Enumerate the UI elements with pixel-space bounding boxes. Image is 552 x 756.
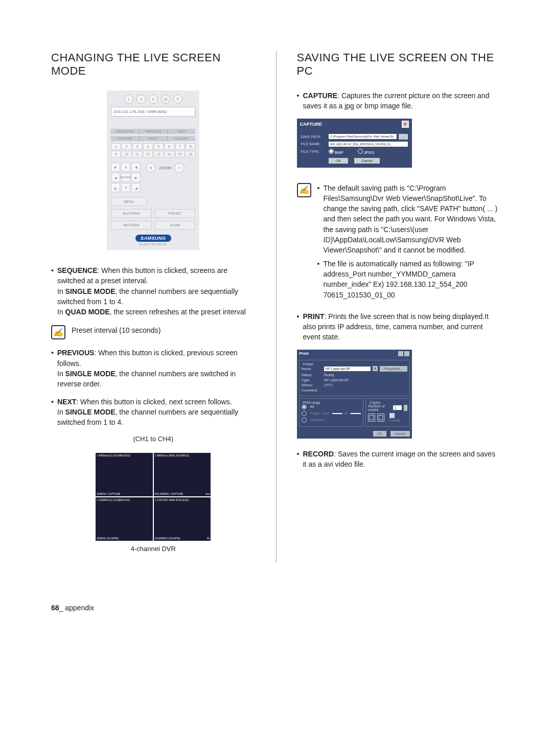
file-name-field[interactable]: 192.168.130.12_554_20070619_101453_01_: [329, 142, 408, 147]
sequence-button[interactable]: SEQUENCE: [111, 129, 139, 134]
close-icon[interactable]: ✕: [402, 121, 409, 128]
ptz-enter-button[interactable]: ENTER: [121, 173, 130, 182]
ptz-br-button[interactable]: ◢: [131, 183, 141, 192]
next-button[interactable]: NEXT: [168, 129, 195, 134]
ptz-up-button[interactable]: ▲: [121, 163, 130, 172]
ok-button[interactable]: OK: [329, 158, 348, 164]
bullet-sequence: SEQUENCE: When this button is clicked, s…: [51, 265, 256, 317]
quad-cell: C.CHCONC 4800 30.0(12/22)15/2008/02 10/1…: [154, 497, 211, 541]
record-button[interactable]: RECORD: [168, 136, 195, 141]
channel-button[interactable]: 7: [175, 143, 185, 150]
bmp-radio[interactable]: BMP: [329, 149, 343, 155]
channel-button[interactable]: 16: [186, 151, 195, 157]
close-icon[interactable]: [404, 351, 409, 356]
layout-1-button[interactable]: 1: [124, 95, 133, 104]
ptz-right-button[interactable]: ▶: [131, 173, 141, 182]
bullet-previous: PREVIOUS: When this button is clicked, p…: [51, 348, 256, 389]
collate-checkbox[interactable]: Collate: [389, 413, 407, 422]
ptz-down-button[interactable]: ▼: [121, 183, 130, 192]
where-value: LPT1:: [324, 383, 334, 387]
address-field: 210.121.176.203 / SHR-6042: [111, 107, 195, 117]
layout-4-button[interactable]: 4: [136, 95, 146, 104]
section-name: _ appendix: [59, 604, 95, 612]
cancel-button[interactable]: Cancel: [354, 158, 380, 164]
printer-name-select[interactable]: HP LaserJet 6P: [324, 366, 371, 371]
right-heading: SAVING THE LIVE SCREEN ON THE PC: [297, 51, 501, 78]
channel-button[interactable]: 6: [165, 143, 174, 150]
copies-legend: Copies: [368, 401, 382, 404]
channel-button[interactable]: 1: [111, 143, 121, 150]
channel-button[interactable]: 2: [122, 143, 131, 150]
channel-button[interactable]: 8: [186, 143, 195, 150]
channel-button[interactable]: 3: [132, 143, 142, 150]
collate-icon: [368, 414, 375, 422]
control-panel: 1 4 9 16 ↻ 210.121.176.203 / SHR-6042 SE…: [107, 90, 199, 250]
capture-button[interactable]: CAPTURE: [111, 136, 139, 141]
ptz-bl-button[interactable]: ◣: [111, 183, 120, 192]
type-label: Type:: [302, 378, 322, 382]
range-selection-radio[interactable]: Selection: [302, 418, 361, 423]
channel-button[interactable]: 14: [165, 151, 174, 157]
status-value: Ready: [324, 373, 334, 377]
bullet-record: RECORD: Saves the current image on the s…: [297, 449, 501, 470]
caption-dvr: 4-channel DVR: [51, 545, 256, 553]
properties-button[interactable]: Properties...: [380, 366, 407, 372]
ok-button[interactable]: OK: [373, 431, 386, 437]
channel-button[interactable]: 15: [175, 151, 185, 157]
range-pages-radio[interactable]: Pages from: to:: [302, 411, 361, 416]
cycle-icon[interactable]: ↻: [173, 95, 182, 104]
channel-button[interactable]: 4: [143, 143, 153, 150]
save-path-field[interactable]: C:\Program Files\Samsung\Dvr Web Viewer\…: [329, 134, 397, 139]
scan-button[interactable]: SCAN: [155, 221, 196, 230]
printer-legend: Printer: [302, 362, 315, 366]
layout-9-button[interactable]: 9: [149, 95, 158, 104]
channel-button[interactable]: 12: [143, 151, 153, 157]
file-name-label: FILE NAME:: [301, 142, 327, 146]
samsung-logo: SAMSUNG ELECTRONICS: [111, 235, 195, 246]
range-all-radio[interactable]: All: [302, 404, 361, 409]
copies-label: Number of copies:: [368, 404, 388, 411]
previous-button[interactable]: PREVIOUS: [140, 129, 168, 134]
bullet-capture: CAPTURE: Captures the current picture on…: [297, 90, 501, 111]
channel-grid: 1 2 3 4 5 6 7 8 9 10 11 12 13 14 15 16: [111, 143, 195, 157]
autopan-button[interactable]: AUTOPAN: [111, 209, 152, 218]
channel-button[interactable]: 11: [132, 151, 142, 157]
browse-button[interactable]: ...: [399, 134, 408, 140]
zoom-in-button[interactable]: +: [146, 163, 156, 173]
capture-dialog-title: CAPTURE: [300, 122, 323, 127]
copies-stepper[interactable]: [404, 405, 407, 411]
note-default-path: The default saving path is "C:\Program F…: [317, 183, 501, 256]
left-heading: CHANGING THE LIVE SCREEN MODE: [51, 51, 256, 78]
zoom-out-button[interactable]: −: [174, 163, 185, 173]
capture-dialog: CAPTURE ✕ SAVE PATH: C:\Program Files\Sa…: [297, 119, 412, 168]
channel-button[interactable]: 9: [111, 151, 121, 157]
caption-channels: (CH1 to CH4): [51, 435, 256, 443]
printer-name-label: Name:: [302, 367, 322, 371]
channel-button[interactable]: 10: [122, 151, 131, 157]
ptz-tr-button[interactable]: ◥: [131, 163, 141, 172]
cancel-button[interactable]: Cancel: [390, 431, 410, 437]
ptz-left-button[interactable]: ◀: [111, 173, 120, 182]
help-icon[interactable]: [398, 351, 403, 356]
ptz-tl-button[interactable]: ◤: [111, 163, 120, 172]
channel-button[interactable]: 13: [154, 151, 164, 157]
collate-icon: [377, 414, 384, 422]
note-preset-interval: Preset interval (10 seconds): [72, 325, 160, 339]
note-file-naming: The file is automatically named as follo…: [317, 259, 501, 300]
where-label: Where:: [302, 383, 322, 387]
zoom-label: ZOOM: [159, 166, 171, 170]
quad-cell: 1 4800door(1) 30.0(88/12/22)2008/02 / CA…: [96, 453, 153, 496]
preset-button[interactable]: PRESET: [155, 209, 196, 218]
file-type-label: FILE TYPE:: [301, 150, 327, 153]
pattern-button[interactable]: PATTERN: [111, 221, 152, 230]
chevron-down-icon[interactable]: ▾: [373, 366, 378, 371]
save-path-label: SAVE PATH:: [301, 135, 327, 139]
channel-button[interactable]: 5: [154, 143, 164, 150]
note-icon: ✍: [51, 325, 65, 339]
menu-button[interactable]: MENU: [111, 197, 147, 206]
copies-field[interactable]: 1: [393, 405, 401, 410]
layout-16-button[interactable]: 16: [161, 95, 170, 104]
jpeg-radio[interactable]: JPEG: [358, 149, 375, 155]
print-button[interactable]: PRINT: [140, 136, 168, 141]
type-value: HP LaserJet 6P: [324, 378, 349, 382]
